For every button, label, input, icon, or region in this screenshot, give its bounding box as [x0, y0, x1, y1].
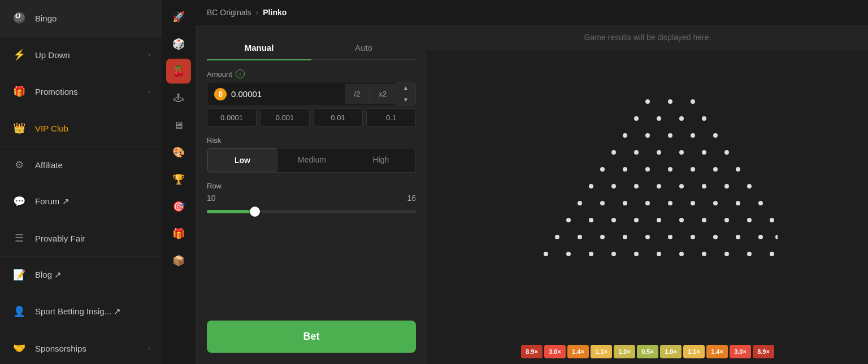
- svg-point-16: [702, 150, 706, 155]
- sidebar-item-forum[interactable]: 💬 Forum ↗: [0, 183, 162, 220]
- breadcrumb-parent[interactable]: BC Originals: [207, 8, 251, 17]
- quick-amounts: 0.0001 0.001 0.01 0.1: [207, 108, 416, 127]
- icon-bar-box[interactable]: 📦: [166, 248, 191, 273]
- risk-high-button[interactable]: High: [346, 148, 415, 172]
- chat-icon: 💬: [11, 194, 27, 209]
- svg-point-56: [645, 235, 650, 239]
- svg-point-36: [645, 201, 650, 205]
- tabs: Manual Auto: [207, 36, 416, 60]
- icon-bar-gift[interactable]: 🎁: [166, 221, 191, 246]
- svg-point-55: [623, 235, 627, 239]
- row-values: 10 16: [207, 194, 416, 203]
- icon-bar-trophy[interactable]: 🏆: [166, 167, 191, 192]
- plinko-dots-svg: [518, 90, 778, 299]
- amount-label: Amount i: [207, 69, 416, 78]
- quick-amount-1[interactable]: 0.0001: [207, 108, 257, 127]
- svg-point-38: [691, 201, 695, 205]
- tab-manual[interactable]: Manual: [207, 36, 311, 60]
- svg-point-59: [713, 235, 718, 239]
- svg-point-72: [747, 252, 752, 256]
- icon-bar-palette[interactable]: 🎨: [166, 140, 191, 165]
- svg-point-47: [679, 218, 684, 222]
- amount-info-icon[interactable]: i: [236, 69, 245, 78]
- double-button[interactable]: x2: [369, 84, 396, 104]
- chevron-right-icon: ›: [148, 344, 150, 352]
- half-button[interactable]: /2: [345, 84, 370, 104]
- row-max-value: 16: [407, 194, 416, 203]
- sidebar-item-up-down[interactable]: ⚡ Up Down ›: [0, 37, 162, 73]
- icon-bar-cherry[interactable]: 🍒: [166, 59, 191, 84]
- amount-down-button[interactable]: ▼: [396, 94, 415, 106]
- sidebar-item-provably-fair[interactable]: ☰ Provably Fair: [0, 220, 162, 257]
- sidebar-item-label: VIP Club: [35, 124, 150, 133]
- svg-point-9: [668, 133, 672, 138]
- multiplier-cell: 1.0×: [660, 345, 682, 358]
- sidebar-item-vip-club[interactable]: 👑 VIP Club: [0, 110, 162, 147]
- multiplier-cell: 8.9×: [521, 345, 542, 358]
- row-section: Row 10 16: [207, 182, 416, 217]
- svg-point-44: [611, 218, 616, 222]
- svg-point-7: [623, 133, 627, 138]
- svg-point-64: [566, 252, 571, 256]
- multiplier-cell: 1.0×: [614, 345, 635, 358]
- quick-amount-2[interactable]: 0.001: [260, 108, 310, 127]
- amount-value[interactable]: 0.00001: [231, 89, 262, 99]
- quick-amount-4[interactable]: 0.1: [366, 108, 416, 127]
- multiplier-cell: 3.0×: [544, 345, 566, 358]
- svg-point-18: [600, 167, 605, 172]
- risk-low-button[interactable]: Low: [207, 148, 277, 172]
- sidebar-item-label: Affiliate: [35, 160, 150, 170]
- sidebar-item-sponsorships[interactable]: 🤝 Sponsorships ›: [0, 330, 162, 364]
- icon-bar-target[interactable]: 🎯: [166, 194, 191, 219]
- risk-section: Risk Low Medium High: [207, 136, 416, 173]
- sidebar-item-label: Sport Betting Insig... ↗: [35, 306, 150, 317]
- amount-up-button[interactable]: ▲: [396, 82, 415, 94]
- game-area: Manual Auto Amount i ₿ 0.00001 /2 x2: [196, 25, 868, 364]
- sidebar-item-label: Sponsorships: [35, 344, 148, 353]
- amount-section: Amount i ₿ 0.00001 /2 x2 ▲ ▼ 0.0: [207, 69, 416, 127]
- bet-button[interactable]: Bet: [207, 321, 416, 353]
- svg-point-52: [555, 235, 559, 239]
- icon-bar-dice[interactable]: 🎲: [166, 32, 191, 56]
- sidebar-item-promotions[interactable]: 🎁 Promotions ›: [0, 73, 162, 110]
- svg-point-42: [566, 218, 571, 222]
- svg-point-15: [679, 150, 684, 155]
- plinko-board: [427, 50, 868, 339]
- multiplier-cell: 1.4×: [567, 345, 589, 358]
- amount-input-row: ₿ 0.00001 /2 x2 ▲ ▼: [207, 82, 416, 106]
- svg-point-23: [713, 167, 718, 172]
- svg-point-13: [634, 150, 639, 155]
- svg-point-65: [589, 252, 593, 256]
- sidebar-item-label: Bingo: [35, 14, 150, 23]
- icon-bar-rocket[interactable]: 🚀: [166, 5, 191, 29]
- svg-point-28: [657, 184, 661, 188]
- svg-point-17: [724, 150, 729, 155]
- bitcoin-icon: ₿: [214, 88, 227, 100]
- quick-amount-3[interactable]: 0.01: [313, 108, 363, 127]
- crown-icon: 👑: [11, 120, 27, 136]
- svg-point-4: [657, 116, 661, 121]
- sidebar-item-bingo[interactable]: 🎱 Bingo: [0, 0, 162, 37]
- sidebar-item-affiliate[interactable]: ⚙ Affiliate: [0, 147, 162, 183]
- tab-auto[interactable]: Auto: [311, 36, 416, 59]
- svg-point-14: [657, 150, 661, 155]
- icon-bar-monitor[interactable]: 🖥: [166, 113, 191, 138]
- svg-point-3: [634, 116, 639, 121]
- icon-bar-gamepad[interactable]: 🕹: [166, 86, 191, 111]
- svg-point-31: [724, 184, 729, 188]
- slider-thumb[interactable]: [250, 207, 260, 217]
- lightning-icon: ⚡: [11, 47, 27, 63]
- risk-buttons: Low Medium High: [207, 148, 416, 173]
- risk-medium-button[interactable]: Medium: [277, 148, 346, 172]
- svg-point-39: [713, 201, 718, 205]
- svg-point-0: [645, 99, 650, 104]
- sidebar-item-sport-betting[interactable]: 👤 Sport Betting Insig... ↗: [0, 293, 162, 330]
- svg-point-63: [544, 252, 548, 256]
- svg-point-50: [747, 218, 752, 222]
- sidebar-item-blog[interactable]: 📝 Blog ↗: [0, 257, 162, 293]
- svg-point-71: [724, 252, 729, 256]
- svg-point-21: [668, 167, 672, 172]
- svg-point-10: [691, 133, 695, 138]
- breadcrumb: BC Originals › Plinko: [196, 0, 868, 25]
- slider-track: [207, 210, 416, 213]
